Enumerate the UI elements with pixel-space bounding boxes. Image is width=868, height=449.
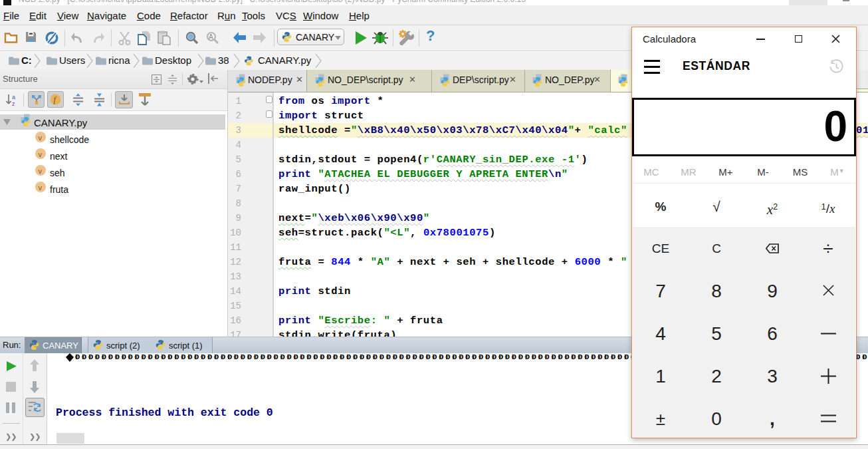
svg-text:v: v	[39, 167, 43, 175]
svg-text:v: v	[39, 150, 43, 158]
svg-text:a: a	[12, 94, 15, 100]
svg-text:z: z	[12, 100, 15, 106]
svg-text:v: v	[39, 184, 43, 192]
svg-text:A: A	[209, 33, 213, 41]
svg-text:v: v	[39, 134, 43, 142]
